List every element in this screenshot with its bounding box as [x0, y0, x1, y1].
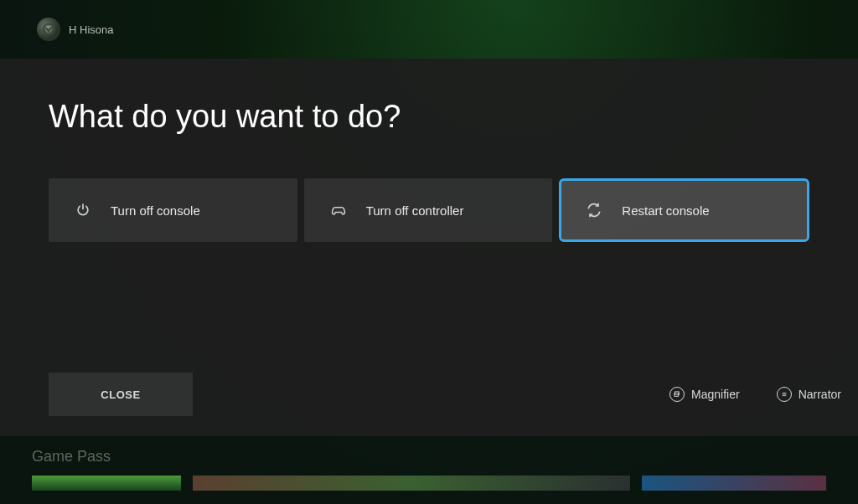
controller-icon: [329, 201, 348, 219]
power-dialog: What do you want to do? Turn off console…: [0, 59, 858, 436]
game-pass-section-label: Game Pass: [32, 448, 826, 465]
game-tile[interactable]: [193, 476, 630, 491]
home-content-partial: Game Pass: [0, 436, 858, 504]
turn-off-controller-button[interactable]: Turn off controller: [304, 178, 553, 242]
magnifier-button[interactable]: Magnifier: [669, 387, 740, 402]
turn-off-console-button[interactable]: Turn off console: [49, 178, 297, 242]
dialog-title: What do you want to do?: [49, 99, 809, 135]
header: H Hisona: [0, 0, 858, 59]
options-row: Turn off console Turn off controller Re: [49, 178, 809, 242]
magnifier-hint-icon: [669, 387, 685, 402]
username: H Hisona: [69, 23, 113, 36]
restart-console-button[interactable]: Restart console: [559, 178, 809, 242]
game-tiles-row: [32, 476, 826, 491]
narrator-label: Narrator: [799, 388, 841, 401]
narrator-hint-icon: [777, 387, 792, 402]
game-tile[interactable]: [32, 476, 181, 491]
option-label: Turn off console: [111, 203, 200, 218]
option-label: Turn off controller: [366, 203, 464, 218]
narrator-button[interactable]: Narrator: [777, 387, 841, 402]
option-label: Restart console: [622, 203, 709, 218]
close-button[interactable]: CLOSE: [49, 373, 193, 416]
accessibility-row: Magnifier Narrator: [669, 387, 841, 402]
avatar[interactable]: [37, 18, 60, 41]
magnifier-label: Magnifier: [691, 388, 740, 401]
dialog-bottom-row: CLOSE Magnifier Narrator: [49, 373, 841, 416]
game-tile[interactable]: [642, 476, 826, 491]
restart-icon: [585, 201, 603, 219]
xbox-logo-icon: [42, 23, 55, 36]
power-icon: [74, 201, 92, 219]
